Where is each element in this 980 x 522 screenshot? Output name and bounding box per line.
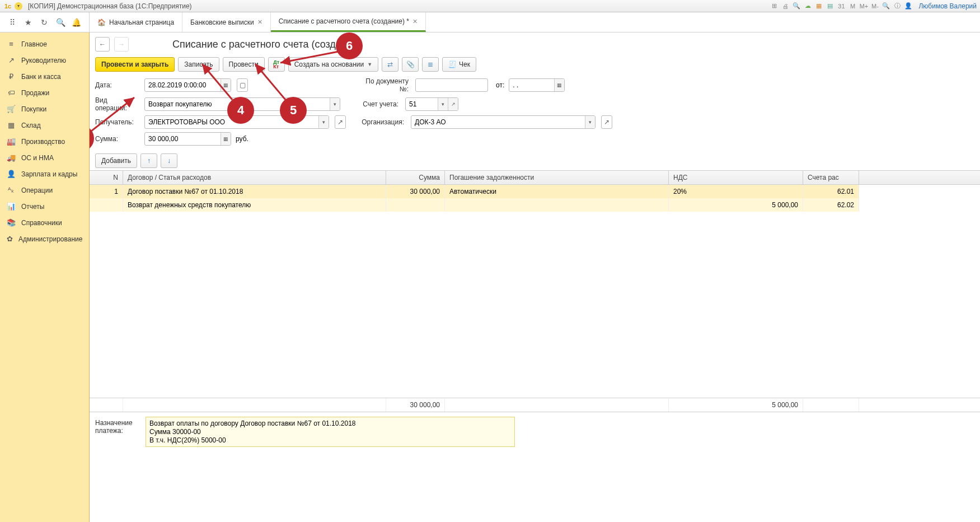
close-icon[interactable]: ✕ [257, 18, 262, 26]
col-sum[interactable]: Сумма [386, 171, 445, 184]
sidebar-item-reports[interactable]: 📊Отчеты [0, 198, 89, 215]
nav-back-button[interactable]: ← [95, 37, 110, 52]
content: 3 4 5 6 ← → Списание с расчетного счета … [90, 32, 980, 522]
docno-input[interactable] [415, 78, 488, 92]
open-icon[interactable]: ↗ [601, 115, 612, 129]
sidebar-item-warehouse[interactable]: ▦Склад [0, 117, 89, 133]
sidebar-item-admin[interactable]: ✿Администрирование [0, 231, 89, 247]
cell-vat: 20% [669, 185, 803, 198]
org-input[interactable]: ДОК-3 АО ▾ [411, 115, 595, 129]
structure-button[interactable]: ⇄ [382, 57, 398, 72]
nav-forward-button[interactable]: → [114, 37, 129, 52]
dropdown-icon[interactable]: ▾ [15, 2, 22, 10]
calc-icon[interactable]: ▤ [826, 2, 834, 11]
table-footer: 30 000,00 5 000,00 [90, 398, 980, 412]
account-input[interactable]: 51 ▾ ↗ [405, 97, 458, 111]
col-vat[interactable]: НДС [669, 171, 803, 184]
titlebar: 1c ▾ [КОПИЯ] Демонстрационная база (1С:П… [0, 0, 980, 12]
cell-debt: Автоматически [445, 185, 669, 198]
add-row-button[interactable]: Добавить [95, 153, 137, 168]
purpose-label: Назначение платежа: [95, 417, 140, 447]
apps-icon[interactable]: ⠿ [7, 17, 18, 28]
dropdown-icon[interactable]: ▾ [330, 98, 340, 110]
move-up-button[interactable]: ↑ [140, 153, 157, 168]
cell-contract: Договор поставки №67 от 01.10.2018 [123, 185, 386, 198]
tab-current[interactable]: Списание с расчетного счета (создание) *… [271, 12, 426, 32]
home-icon: 🏠 [97, 18, 106, 26]
sidebar-item-manager[interactable]: ↗Руководителю [0, 52, 89, 68]
foot-vat: 5 000,00 [669, 398, 803, 412]
annotation-arrow-6 [277, 49, 344, 72]
tool-iconbar: ⠿ ★ ↻ 🔍 🔔 [0, 12, 90, 32]
sum-value: 30 000,00 [145, 133, 221, 145]
currency-label: руб. [236, 135, 248, 143]
table-row[interactable]: Возврат денежных средств покупателю 5 00… [90, 198, 980, 212]
open-icon[interactable]: ↗ [448, 98, 458, 110]
docno-field[interactable] [418, 81, 485, 89]
sidebar-item-label: Руководителю [21, 57, 66, 64]
search-icon[interactable]: 🔍 [55, 17, 66, 28]
sum-input[interactable]: 30 000,00 ▦ [144, 132, 231, 146]
sidebar-item-catalogs[interactable]: 📚Справочники [0, 215, 89, 231]
tab-bank-statements[interactable]: Банковские выписки ✕ [182, 12, 271, 32]
close-icon[interactable]: ✕ [412, 18, 418, 25]
notifications-icon[interactable]: 🔔 [71, 17, 82, 28]
sidebar-item-purchases[interactable]: 🛒Покупки [0, 101, 89, 117]
receipt-button[interactable]: 🧾Чек [442, 57, 476, 72]
sidebar-item-assets[interactable]: 🚚ОС и НМА [0, 150, 89, 166]
col-n[interactable]: N [90, 171, 123, 184]
sidebar-item-operations[interactable]: ᴬₖОперации [0, 182, 89, 198]
user-name[interactable]: Любимов Валерий [918, 2, 977, 10]
m-icon[interactable]: M [848, 2, 857, 11]
date-icon[interactable]: 31 [837, 2, 846, 11]
table-row[interactable]: 1 Договор поставки №67 от 01.10.2018 30 … [90, 185, 980, 198]
calc-icon[interactable]: ▦ [221, 133, 231, 145]
tab-home[interactable]: 🏠 Начальная страница [90, 12, 182, 32]
history-icon[interactable]: ↻ [39, 17, 50, 28]
col-debt[interactable]: Погашение задолженности [445, 171, 669, 184]
sidebar-item-hr[interactable]: 👤Зарплата и кадры [0, 166, 89, 182]
calendar-icon[interactable]: ▦ [814, 2, 823, 11]
post-and-close-button[interactable]: Провести и закрыть [95, 57, 175, 72]
cell-acct: 62.02 [803, 198, 859, 212]
m-minus-icon[interactable]: M- [870, 2, 879, 11]
cell-sum: 30 000,00 [386, 185, 445, 198]
help-icon[interactable]: ⓘ [893, 2, 902, 11]
preview-icon[interactable]: 🔍 [792, 2, 801, 11]
col-acct[interactable]: Счета рас [803, 171, 859, 184]
sidebar-item-label: Справочники [21, 219, 62, 227]
move-down-button[interactable]: ↓ [161, 153, 177, 168]
sidebar-item-main[interactable]: ≡Главное [0, 36, 89, 52]
sidebar-item-label: Операции [21, 187, 53, 194]
sidebar-item-sales[interactable]: 🏷Продажи [0, 85, 89, 101]
dropdown-icon[interactable]: ▾ [438, 98, 448, 110]
open-icon[interactable]: ↗ [335, 115, 346, 129]
bars-icon: 📊 [7, 202, 16, 211]
caret-icon: ▼ [367, 62, 372, 67]
dropdown-icon[interactable]: ▾ [585, 116, 595, 128]
sidebar-item-label: Продажи [21, 89, 49, 97]
arrow-down-icon: ↓ [167, 157, 171, 165]
sidebar-item-bank[interactable]: ₽Банк и касса [0, 68, 89, 85]
truck-icon: 🚚 [7, 153, 16, 162]
table: N Договор / Статья расходов Сумма Погаше… [90, 170, 980, 412]
dropdown-icon[interactable]: ▾ [318, 116, 329, 128]
list-button[interactable]: ≣ [422, 57, 439, 72]
annotation-badge-4: 4 [227, 97, 254, 124]
m-plus-icon[interactable]: M+ [859, 2, 868, 11]
annotation-arrow-3 [90, 94, 144, 139]
sidebar-item-production[interactable]: 🏭Производство [0, 133, 89, 150]
gear-icon: ✿ [7, 235, 13, 243]
print-icon[interactable]: 🖨 [781, 2, 790, 11]
sidebar-item-label: Банк и касса [21, 73, 61, 81]
save-layout-icon[interactable]: ⊞ [770, 2, 779, 11]
zoom-icon[interactable]: 🔍 [881, 2, 890, 11]
col-contract[interactable]: Договор / Статья расходов [123, 171, 386, 184]
attach-button[interactable]: 📎 [402, 57, 419, 72]
cloud-icon[interactable]: ☁ [803, 2, 812, 11]
purpose-textarea[interactable]: Возврат оплаты по договору Договор поста… [146, 417, 515, 447]
calendar-icon[interactable]: ▦ [554, 79, 564, 91]
favorites-icon[interactable]: ★ [23, 17, 34, 28]
from-date-input[interactable]: . . ▦ [509, 78, 565, 92]
purpose-line2: Сумма 30000-00 [149, 428, 511, 436]
